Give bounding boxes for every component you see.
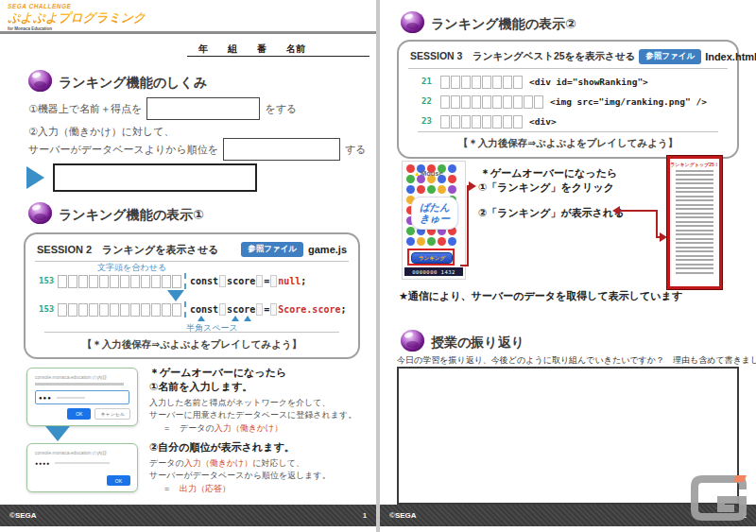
input-value: ●●● bbox=[39, 395, 52, 401]
reference-file-badge: 参照ファイル bbox=[639, 49, 701, 64]
browser-alert-dialog: console.monaca.education の内容 ●●●● OK bbox=[26, 443, 138, 492]
answer-box-1[interactable] bbox=[146, 97, 260, 120]
triangle-right-icon bbox=[26, 166, 44, 189]
summary-row bbox=[26, 163, 257, 192]
code-blank-boxes[interactable] bbox=[58, 300, 182, 317]
connector-line bbox=[656, 210, 658, 238]
card-divider bbox=[408, 68, 728, 69]
card-divider bbox=[44, 332, 339, 333]
page-2: ランキング機能の表示② SESSION 3 ランキングベスト25をを表示させる … bbox=[380, 0, 756, 532]
connector-line bbox=[620, 210, 658, 212]
page-1: SEGA CHALLENGE ぷよぷよプログラミング for Monaca Ed… bbox=[0, 0, 376, 532]
connector-line bbox=[467, 185, 469, 266]
connector-line bbox=[460, 265, 469, 266]
arrowhead-icon bbox=[612, 206, 620, 215]
dialog-message: ●●●● bbox=[35, 460, 129, 466]
logo-main-text: ぷよぷよプログラミング bbox=[8, 9, 146, 26]
space-token bbox=[256, 303, 263, 316]
step1-heading: ①名前を入力します。 bbox=[149, 380, 356, 394]
reflection-prompt: 今日の学習を振り返り、今後どのように取り組んでいきたいですか？ 理由も含めて書き… bbox=[397, 354, 756, 367]
step2-desc: データの入力（働きかけ）に対応して、 サーバーがデータベースから順位を返します。 bbox=[149, 457, 331, 483]
message-bar bbox=[55, 462, 110, 464]
dialog-message-bar bbox=[35, 383, 124, 386]
line-number: 22 bbox=[421, 96, 437, 106]
section-title-reflection: 授業の振り返り bbox=[431, 335, 524, 352]
space-token bbox=[270, 275, 277, 287]
code-blank-boxes[interactable] bbox=[440, 112, 524, 129]
message-dots: ●●●● bbox=[35, 460, 50, 466]
answer-box-2[interactable] bbox=[223, 138, 340, 161]
number-label: 番 bbox=[257, 43, 266, 56]
answer-box-3[interactable] bbox=[53, 163, 257, 192]
session3-header: SESSION 3 ランキングベスト25をを表示させる 参照ファイル Index… bbox=[399, 42, 737, 68]
file-name: Index.html bbox=[705, 51, 756, 62]
line-number: 23 bbox=[421, 116, 437, 126]
step1-desc: 入力した名前と得点がネットワークを介して、 サーバーに用意されたデータベースに登… bbox=[149, 397, 356, 422]
dialog-title: console.monaca.education の内容 bbox=[35, 450, 137, 455]
section-title-display1: ランキング機能の表示① bbox=[59, 207, 204, 224]
sponsor-name: Mouse bbox=[421, 169, 443, 178]
code-text: <div id="showRanking"> bbox=[529, 77, 648, 87]
semicolon-token: ; bbox=[340, 304, 346, 315]
session2-title: SESSION 2 ランキングを表示させる bbox=[37, 243, 218, 257]
space-token bbox=[219, 275, 226, 287]
old-value-token: null bbox=[278, 276, 301, 286]
step2-desc-line2: サーバーがデータベースから順位を返します。 bbox=[149, 471, 331, 480]
ok-button[interactable]: OK bbox=[67, 408, 91, 420]
step2-desc-red: 入力（働きかけ） bbox=[184, 458, 253, 468]
step1-equation: ＝ データの入力（働きかけ） bbox=[163, 422, 356, 436]
step2-text-block: ②自分の順位が表示されます。 データの入力（働きかけ）に対応して、 サーバーがデ… bbox=[149, 440, 331, 495]
name-field-underline[interactable] bbox=[187, 56, 369, 57]
score-digits: 0000000 1432 bbox=[404, 267, 463, 276]
code-text: <div> bbox=[529, 116, 557, 127]
code-blank-boxes[interactable] bbox=[58, 272, 182, 289]
worksheet-spread: SEGA CHALLENGE ぷよぷよプログラミング for Monaca Ed… bbox=[0, 0, 756, 532]
ok-button[interactable]: OK bbox=[107, 475, 130, 486]
semicolon-token: ; bbox=[301, 276, 306, 286]
ranking-entries bbox=[670, 170, 719, 274]
footer-bar: ©SEGA 1 bbox=[0, 505, 376, 526]
reflection-answer-box[interactable] bbox=[397, 367, 739, 505]
var-token: score bbox=[227, 276, 255, 286]
eq-prefix: ＝ データの bbox=[163, 423, 215, 433]
q2-suffix: する bbox=[345, 143, 367, 157]
triangle-down-icon bbox=[45, 426, 70, 441]
communication-note: ★通信により、サーバーのデータを取得して表示しています bbox=[399, 289, 682, 303]
logo-top-text: SEGA CHALLENGE bbox=[8, 3, 146, 9]
code-blank-boxes[interactable] bbox=[440, 73, 524, 90]
dialog-buttons: OK bbox=[107, 475, 130, 486]
card-divider bbox=[418, 131, 718, 132]
code-line-23: 23 <div> bbox=[421, 112, 557, 129]
file-name: game.js bbox=[308, 244, 347, 255]
code-blank-boxes[interactable] bbox=[440, 93, 544, 110]
arrowhead-icon bbox=[660, 232, 667, 242]
section-title-mechanism: ランキング機能のしくみ bbox=[59, 75, 207, 92]
step2-desc-suf: に対応して、 bbox=[252, 458, 304, 468]
step1-desc-line2: サーバーに用意されたデータベースに登録されます。 bbox=[149, 410, 356, 420]
class-label: 組 bbox=[228, 43, 237, 56]
sponsor-logo: ▲Mouse bbox=[414, 169, 443, 178]
section-title-display2: ランキング機能の表示② bbox=[431, 16, 576, 33]
alignment-guide-line bbox=[184, 273, 186, 289]
space-token bbox=[270, 303, 277, 316]
name-header-labels: 年 組 番 名前 bbox=[198, 43, 325, 56]
space-token bbox=[256, 275, 263, 287]
cancel-button[interactable]: キャンセル bbox=[94, 408, 130, 420]
puyo-section-icon bbox=[401, 330, 424, 352]
ranking-button[interactable]: ランキング bbox=[411, 252, 453, 264]
halfwidth-space-label: 半角スペース bbox=[186, 322, 238, 335]
gamer-watermark-logo bbox=[690, 474, 748, 527]
copyright: ©SEGA bbox=[9, 511, 37, 520]
name-label: 名前 bbox=[286, 43, 305, 56]
eq-red-term: 入力（働きかけ） bbox=[215, 423, 284, 433]
alignment-guide-line bbox=[184, 301, 186, 317]
step1-text-block: ＊ゲームオーバーになったら ①名前を入力します。 入力した名前と得点がネットワー… bbox=[149, 366, 356, 435]
placeholder-bar bbox=[57, 397, 85, 399]
line-number: 21 bbox=[421, 77, 437, 86]
name-input[interactable]: ●●● bbox=[35, 390, 129, 404]
dialog-buttons: OK キャンセル bbox=[67, 408, 130, 420]
batankyu-logo: ばたん きゅー bbox=[411, 197, 458, 230]
triangle-up-icon bbox=[198, 316, 205, 321]
code-text: constscore=Score.score; bbox=[190, 303, 347, 316]
sponsor-triangle-icon: ▲ bbox=[414, 170, 421, 177]
